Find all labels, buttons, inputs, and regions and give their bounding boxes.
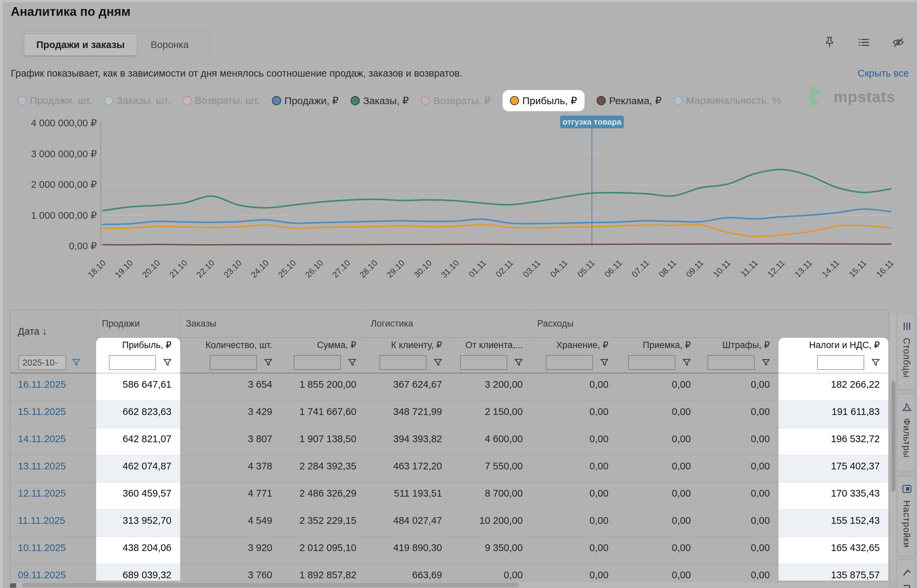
column-header[interactable]: Количество, шт. — [180, 338, 281, 352]
column-header[interactable]: Прибыль, ₽ — [96, 338, 180, 352]
legend-label: Возвраты, ₽ — [433, 95, 490, 107]
y-tick-label: 0,00 ₽ — [69, 241, 97, 251]
side-tab-label: Столбцы — [901, 338, 912, 378]
date-link[interactable]: 16.11.2025 — [10, 373, 96, 401]
side-tab-Настройки[interactable]: Настройки — [897, 476, 915, 556]
legend-label: Реклама, ₽ — [609, 95, 661, 107]
table-cell: 0,00 — [700, 428, 778, 455]
line-chart[interactable]: 4 000 000,00 ₽3 000 000,00 ₽2 000 000,00… — [0, 113, 917, 296]
legend-item[interactable]: Маржинальность, % — [674, 95, 781, 106]
eye-off-icon[interactable] — [891, 36, 905, 49]
columns-icon — [900, 321, 912, 332]
column-header[interactable]: Штрафы, ₽ — [700, 338, 778, 352]
filter-funnel-icon[interactable] — [163, 358, 172, 367]
list-icon[interactable] — [857, 36, 871, 49]
series-line-Реклама, ₽ — [103, 244, 891, 245]
column-filter-input[interactable] — [460, 355, 507, 370]
date-link[interactable]: 13.11.2025 — [10, 455, 96, 482]
filter-funnel-icon[interactable] — [871, 358, 880, 367]
column-filter-input[interactable] — [380, 355, 427, 370]
column-header[interactable]: Сумма, ₽ — [281, 338, 365, 352]
legend-dot — [351, 96, 360, 105]
side-tab-label: Помощь — [901, 584, 912, 588]
hide-all-link[interactable]: Скрыть все — [857, 68, 909, 79]
x-tick-label: 26.10 — [303, 258, 325, 279]
x-tick-label: 03.11 — [521, 258, 542, 279]
table-cell: 1 741 667,60 — [281, 401, 365, 428]
filter-funnel-icon[interactable] — [71, 358, 81, 367]
side-tab-Помощь[interactable]: Помощь — [897, 560, 915, 588]
column-filter-input[interactable] — [628, 355, 675, 370]
date-link[interactable]: 14.11.2025 — [10, 428, 96, 455]
vertical-scrollbar[interactable] — [891, 314, 896, 581]
x-tick-label: 06.11 — [603, 258, 624, 279]
x-tick-label: 25.10 — [276, 258, 298, 279]
column-filter-input[interactable] — [708, 355, 755, 370]
y-tick-label: 1 000 000,00 ₽ — [31, 210, 97, 221]
legend-item[interactable]: Возвраты, ₽ — [421, 95, 490, 107]
side-tab-Столбцы[interactable]: Столбцы — [897, 313, 915, 390]
vertical-scrollbar-thumb[interactable] — [891, 381, 896, 492]
table-cell: 419 890,30 — [365, 536, 451, 564]
filter-cell — [778, 352, 888, 373]
x-tick-label: 07.11 — [629, 258, 651, 279]
filter-funnel-icon[interactable] — [514, 358, 523, 367]
table-cell: 4 378 — [180, 455, 281, 482]
legend-item[interactable]: Продажи, шт. — [18, 95, 92, 106]
tab-sales-orders[interactable]: Продажи и заказы — [24, 34, 137, 56]
column-header[interactable]: Налоги и НДС, ₽ — [778, 338, 888, 352]
column-filter-input[interactable] — [817, 355, 864, 370]
date-filter-input[interactable] — [18, 355, 66, 370]
series-line-Прибыль, ₽ — [103, 225, 891, 237]
column-group-header[interactable]: Продажи — [96, 310, 180, 338]
date-link[interactable]: 11.11.2025 — [10, 509, 96, 536]
column-header[interactable]: Хранение, ₽ — [531, 338, 617, 352]
column-filter-input[interactable] — [294, 355, 341, 370]
pin-icon[interactable] — [823, 36, 836, 49]
column-header[interactable]: От клиента,... — [451, 338, 531, 352]
filter-funnel-icon[interactable] — [348, 358, 357, 367]
column-filter-input[interactable] — [546, 355, 593, 370]
table-cell: 367 624,67 — [365, 373, 451, 401]
legend-item[interactable]: Заказы, шт. — [104, 95, 170, 106]
column-header[interactable]: К клиенту, ₽ — [365, 338, 451, 352]
filter-funnel-icon[interactable] — [264, 358, 273, 367]
table-cell: 135 875,57 — [778, 564, 888, 581]
legend-item[interactable]: Прибыль, ₽ — [503, 90, 585, 111]
filter-funnel-icon[interactable] — [761, 358, 770, 367]
column-group-header[interactable]: Заказы — [180, 310, 365, 338]
legend-item[interactable]: Возвраты, шт. — [183, 95, 260, 106]
side-tab-label: Фильтры — [901, 418, 912, 458]
date-link[interactable]: 12.11.2025 — [10, 482, 96, 509]
column-header-date[interactable]: Дата ↓ — [10, 310, 96, 352]
table-cell: 0,00 — [617, 482, 700, 509]
date-link[interactable]: 15.11.2025 — [10, 401, 96, 428]
column-header[interactable]: Приемка, ₽ — [617, 338, 700, 352]
date-link[interactable]: 10.11.2025 — [10, 536, 96, 564]
x-tick-label: 13.11 — [792, 258, 814, 279]
legend-item[interactable]: Заказы, ₽ — [351, 95, 409, 107]
table-row: 14.11.2025642 821,073 8071 907 138,50394… — [10, 428, 888, 455]
legend-item[interactable]: Продажи, ₽ — [272, 95, 338, 107]
column-filter-input[interactable] — [109, 355, 156, 370]
filter-funnel-icon[interactable] — [682, 358, 691, 367]
table-cell: 0,00 — [617, 455, 700, 482]
filter-funnel-icon[interactable] — [433, 358, 443, 367]
tab-funnel[interactable]: Воронка — [139, 39, 200, 50]
column-group-header[interactable]: Расходы — [531, 310, 888, 338]
x-tick-label: 09.11 — [684, 258, 705, 279]
horizontal-scrollbar[interactable] — [10, 583, 889, 587]
table-cell: 348 721,99 — [365, 401, 451, 428]
page-edge-top — [0, 0, 917, 2]
column-group-header[interactable]: Логистика — [365, 310, 531, 338]
filter-funnel-icon[interactable] — [600, 358, 609, 367]
table-cell: 0,00 — [700, 536, 778, 564]
settings-panel-icon — [900, 483, 912, 494]
side-tab-Фильтры[interactable]: Фильтры — [897, 394, 915, 472]
filter-cell — [617, 352, 700, 373]
legend-item[interactable]: Реклама, ₽ — [597, 95, 661, 107]
column-filter-input[interactable] — [210, 355, 257, 370]
date-link[interactable]: 09.11.2025 — [10, 564, 96, 581]
horizontal-scrollbar-thumb[interactable] — [21, 583, 519, 587]
x-tick-label: 30.10 — [412, 258, 433, 279]
